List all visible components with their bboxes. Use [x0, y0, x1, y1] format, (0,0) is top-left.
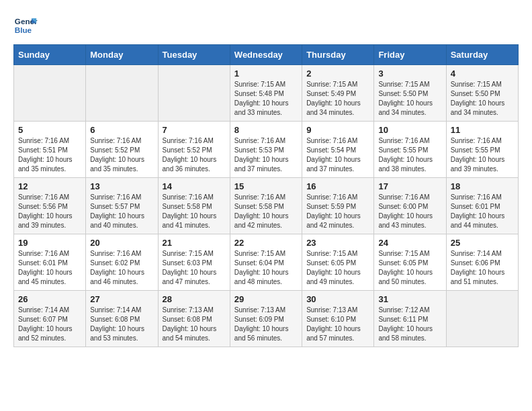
day-number: 20: [90, 238, 153, 248]
calendar-cell: 15Sunrise: 7:16 AM Sunset: 5:58 PM Dayli…: [230, 178, 302, 234]
day-number: 22: [234, 238, 298, 248]
weekday-header-sunday: Sunday: [14, 45, 86, 65]
calendar-cell: 8Sunrise: 7:16 AM Sunset: 5:53 PM Daylig…: [230, 122, 302, 178]
day-content: Sunrise: 7:15 AM Sunset: 6:04 PM Dayligh…: [234, 249, 298, 287]
calendar-cell: [158, 65, 230, 122]
calendar-cell: 27Sunrise: 7:14 AM Sunset: 6:08 PM Dayli…: [86, 291, 158, 347]
calendar-cell: 14Sunrise: 7:16 AM Sunset: 5:58 PM Dayli…: [158, 178, 230, 234]
day-content: Sunrise: 7:16 AM Sunset: 5:58 PM Dayligh…: [234, 193, 298, 230]
day-content: Sunrise: 7:14 AM Sunset: 6:08 PM Dayligh…: [90, 306, 153, 343]
weekday-header-wednesday: Wednesday: [230, 45, 302, 65]
day-number: 10: [378, 125, 441, 135]
calendar-cell: [14, 65, 86, 122]
day-content: Sunrise: 7:16 AM Sunset: 6:02 PM Dayligh…: [90, 249, 153, 287]
day-content: Sunrise: 7:16 AM Sunset: 5:58 PM Dayligh…: [163, 193, 226, 230]
calendar-cell: [446, 291, 518, 347]
day-number: 19: [18, 238, 81, 248]
day-content: Sunrise: 7:14 AM Sunset: 6:07 PM Dayligh…: [18, 306, 81, 343]
day-number: 15: [234, 181, 298, 191]
day-number: 7: [163, 125, 226, 135]
day-number: 25: [451, 238, 514, 248]
day-number: 13: [90, 181, 153, 191]
day-content: Sunrise: 7:16 AM Sunset: 5:54 PM Dayligh…: [306, 136, 369, 174]
calendar-cell: 28Sunrise: 7:13 AM Sunset: 6:08 PM Dayli…: [158, 291, 230, 347]
day-number: 23: [306, 238, 369, 248]
day-content: Sunrise: 7:16 AM Sunset: 5:53 PM Dayligh…: [234, 136, 298, 174]
day-content: Sunrise: 7:15 AM Sunset: 5:48 PM Dayligh…: [234, 80, 298, 118]
weekday-header-thursday: Thursday: [302, 45, 374, 65]
weekday-header-saturday: Saturday: [446, 45, 518, 65]
day-number: 3: [378, 68, 441, 79]
calendar-cell: 26Sunrise: 7:14 AM Sunset: 6:07 PM Dayli…: [14, 291, 86, 347]
day-content: Sunrise: 7:16 AM Sunset: 5:55 PM Dayligh…: [451, 136, 514, 174]
day-content: Sunrise: 7:15 AM Sunset: 5:50 PM Dayligh…: [451, 80, 514, 118]
day-content: Sunrise: 7:16 AM Sunset: 5:52 PM Dayligh…: [163, 136, 226, 174]
day-number: 5: [18, 125, 81, 135]
calendar-cell: 16Sunrise: 7:16 AM Sunset: 5:59 PM Dayli…: [302, 178, 374, 234]
calendar-cell: 21Sunrise: 7:15 AM Sunset: 6:03 PM Dayli…: [158, 234, 230, 291]
day-number: 24: [378, 238, 441, 248]
day-number: 6: [90, 125, 153, 135]
svg-text:Blue: Blue: [15, 26, 32, 34]
calendar-week-1: 1Sunrise: 7:15 AM Sunset: 5:48 PM Daylig…: [14, 65, 519, 122]
calendar-cell: 22Sunrise: 7:15 AM Sunset: 6:04 PM Dayli…: [230, 234, 302, 291]
calendar-table: SundayMondayTuesdayWednesdayThursdayFrid…: [13, 44, 519, 347]
day-number: 29: [234, 294, 298, 304]
weekday-header-monday: Monday: [86, 45, 158, 65]
calendar-cell: 25Sunrise: 7:14 AM Sunset: 6:06 PM Dayli…: [446, 234, 518, 291]
day-number: 8: [234, 125, 298, 135]
weekday-header-tuesday: Tuesday: [158, 45, 230, 65]
day-content: Sunrise: 7:15 AM Sunset: 6:05 PM Dayligh…: [378, 249, 441, 287]
day-content: Sunrise: 7:16 AM Sunset: 5:57 PM Dayligh…: [90, 193, 153, 230]
weekday-header-row: SundayMondayTuesdayWednesdayThursdayFrid…: [14, 45, 519, 65]
day-number: 4: [451, 68, 514, 79]
day-content: Sunrise: 7:16 AM Sunset: 6:01 PM Dayligh…: [451, 193, 514, 230]
day-content: Sunrise: 7:12 AM Sunset: 6:11 PM Dayligh…: [378, 306, 441, 343]
calendar-cell: 1Sunrise: 7:15 AM Sunset: 5:48 PM Daylig…: [230, 65, 302, 122]
day-content: Sunrise: 7:16 AM Sunset: 5:51 PM Dayligh…: [18, 136, 81, 174]
day-content: Sunrise: 7:15 AM Sunset: 6:05 PM Dayligh…: [306, 249, 369, 287]
calendar-cell: 12Sunrise: 7:16 AM Sunset: 5:56 PM Dayli…: [14, 178, 86, 234]
day-content: Sunrise: 7:16 AM Sunset: 6:00 PM Dayligh…: [378, 193, 441, 230]
calendar-cell: 9Sunrise: 7:16 AM Sunset: 5:54 PM Daylig…: [302, 122, 374, 178]
calendar-cell: 17Sunrise: 7:16 AM Sunset: 6:00 PM Dayli…: [374, 178, 446, 234]
calendar-week-4: 19Sunrise: 7:16 AM Sunset: 6:01 PM Dayli…: [14, 234, 519, 291]
calendar-week-2: 5Sunrise: 7:16 AM Sunset: 5:51 PM Daylig…: [14, 122, 519, 178]
calendar-cell: 6Sunrise: 7:16 AM Sunset: 5:52 PM Daylig…: [86, 122, 158, 178]
calendar-cell: 13Sunrise: 7:16 AM Sunset: 5:57 PM Dayli…: [86, 178, 158, 234]
day-number: 17: [378, 181, 441, 191]
day-content: Sunrise: 7:16 AM Sunset: 6:01 PM Dayligh…: [18, 249, 81, 287]
calendar-cell: 24Sunrise: 7:15 AM Sunset: 6:05 PM Dayli…: [374, 234, 446, 291]
calendar-cell: 31Sunrise: 7:12 AM Sunset: 6:11 PM Dayli…: [374, 291, 446, 347]
calendar-cell: 18Sunrise: 7:16 AM Sunset: 6:01 PM Dayli…: [446, 178, 518, 234]
calendar-cell: 10Sunrise: 7:16 AM Sunset: 5:55 PM Dayli…: [374, 122, 446, 178]
weekday-header-friday: Friday: [374, 45, 446, 65]
day-content: Sunrise: 7:14 AM Sunset: 6:06 PM Dayligh…: [451, 249, 514, 287]
day-content: Sunrise: 7:15 AM Sunset: 5:49 PM Dayligh…: [306, 80, 369, 118]
day-number: 12: [18, 181, 81, 191]
day-number: 16: [306, 181, 369, 191]
day-number: 11: [451, 125, 514, 135]
calendar-cell: 3Sunrise: 7:15 AM Sunset: 5:50 PM Daylig…: [374, 65, 446, 122]
calendar-cell: 19Sunrise: 7:16 AM Sunset: 6:01 PM Dayli…: [14, 234, 86, 291]
page-header: General Blue: [13, 13, 519, 38]
calendar-cell: 30Sunrise: 7:13 AM Sunset: 6:10 PM Dayli…: [302, 291, 374, 347]
day-number: 28: [163, 294, 226, 304]
logo-icon: General Blue: [13, 13, 38, 38]
day-content: Sunrise: 7:16 AM Sunset: 5:59 PM Dayligh…: [306, 193, 369, 230]
day-number: 14: [163, 181, 226, 191]
day-content: Sunrise: 7:13 AM Sunset: 6:10 PM Dayligh…: [306, 306, 369, 343]
calendar-cell: 11Sunrise: 7:16 AM Sunset: 5:55 PM Dayli…: [446, 122, 518, 178]
day-number: 2: [306, 68, 369, 79]
day-number: 1: [234, 68, 298, 79]
day-number: 31: [378, 294, 441, 304]
day-content: Sunrise: 7:15 AM Sunset: 5:50 PM Dayligh…: [378, 80, 441, 118]
calendar-cell: 2Sunrise: 7:15 AM Sunset: 5:49 PM Daylig…: [302, 65, 374, 122]
day-content: Sunrise: 7:16 AM Sunset: 5:55 PM Dayligh…: [378, 136, 441, 174]
logo: General Blue: [13, 13, 38, 38]
calendar-cell: [86, 65, 158, 122]
day-number: 18: [451, 181, 514, 191]
day-number: 21: [163, 238, 226, 248]
calendar-cell: 29Sunrise: 7:13 AM Sunset: 6:09 PM Dayli…: [230, 291, 302, 347]
calendar-cell: 23Sunrise: 7:15 AM Sunset: 6:05 PM Dayli…: [302, 234, 374, 291]
